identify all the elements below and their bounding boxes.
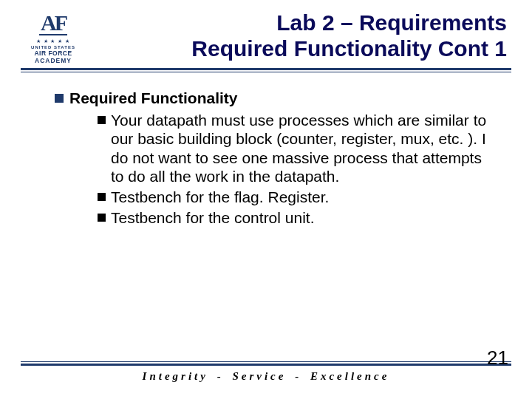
title-line2: Required Functionality Cont 1 [191,36,507,61]
title-block: Lab 2 – Requirements Required Functional… [99,10,511,61]
footer: Integrity - Service - Excellence 21 [21,361,511,383]
header: AF ★ ★ ★ ★ ★ UNITED STATES AIR FORCE ACA… [21,10,511,64]
footer-rule [21,361,511,366]
logo-monogram: AF [39,12,67,35]
slide: AF ★ ★ ★ ★ ★ UNITED STATES AIR FORCE ACA… [0,0,532,399]
title-line1: Lab 2 – Requirements [276,10,507,35]
list-item: Testbench for the flag. Register. [98,188,498,207]
list-item: Your datapath must use processes which a… [98,111,498,186]
footer-motto: Integrity - Service - Excellence [21,370,511,383]
section-heading: Required Functionality [55,89,498,108]
logo-stars: ★ ★ ★ ★ ★ [21,38,86,44]
bullet-list: Your datapath must use processes which a… [55,111,498,228]
list-item: Testbench for the control unit. [98,208,498,228]
slide-title: Lab 2 – Requirements Required Functional… [99,10,507,61]
page-number: 21 [487,347,508,369]
logo-line2: AIR FORCE [21,50,86,57]
logo-line3: ACADEMY [21,58,86,64]
usafa-logo: AF ★ ★ ★ ★ ★ UNITED STATES AIR FORCE ACA… [21,10,86,64]
content: Required Functionality Your datapath mus… [21,72,511,227]
